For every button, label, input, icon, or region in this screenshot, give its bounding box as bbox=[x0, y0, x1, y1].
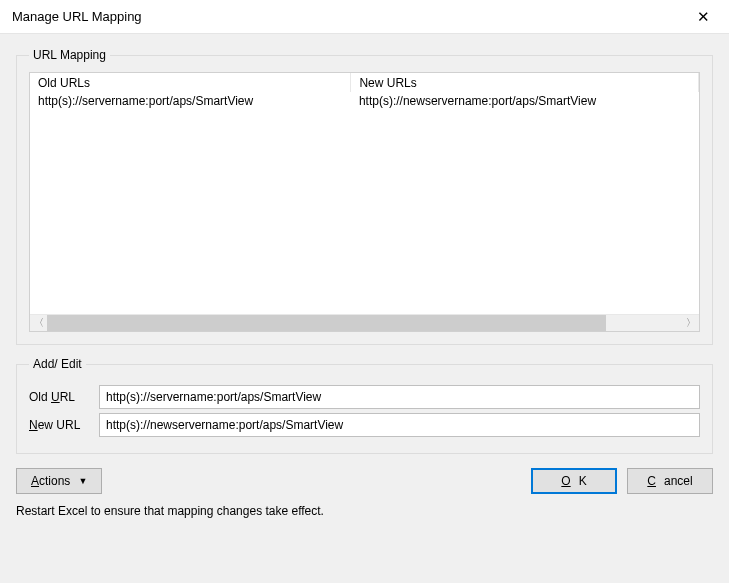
row-old-url: Old URL bbox=[29, 385, 700, 409]
title-bar: Manage URL Mapping ✕ bbox=[0, 0, 729, 34]
scroll-track[interactable] bbox=[47, 315, 682, 331]
listview-table: Old URLs New URLs http(s)://servername:p… bbox=[30, 73, 699, 110]
scroll-right-arrow-icon[interactable]: 〉 bbox=[682, 315, 699, 331]
listview-body[interactable]: Old URLs New URLs http(s)://servername:p… bbox=[30, 73, 699, 314]
old-url-input[interactable] bbox=[99, 385, 700, 409]
table-row[interactable]: http(s)://servername:port/aps/SmartView … bbox=[30, 92, 699, 110]
scroll-thumb[interactable] bbox=[47, 315, 606, 331]
listview-header-row: Old URLs New URLs bbox=[30, 73, 699, 92]
group-add-edit-legend: Add/ Edit bbox=[29, 357, 86, 371]
group-url-mapping-legend: URL Mapping bbox=[29, 48, 110, 62]
chevron-down-icon: ▼ bbox=[78, 476, 87, 486]
close-button[interactable]: ✕ bbox=[681, 2, 725, 32]
cell-new-url: http(s)://newservername:port/aps/SmartVi… bbox=[351, 92, 699, 110]
cancel-button[interactable]: Cancel bbox=[627, 468, 713, 494]
listview-horizontal-scrollbar[interactable]: 〈 〉 bbox=[30, 314, 699, 331]
scroll-left-arrow-icon[interactable]: 〈 bbox=[30, 315, 47, 331]
col-header-new-urls[interactable]: New URLs bbox=[351, 73, 699, 92]
ok-button[interactable]: OK bbox=[531, 468, 617, 494]
close-icon: ✕ bbox=[697, 8, 710, 26]
label-new-url: New URL bbox=[29, 418, 93, 432]
new-url-input[interactable] bbox=[99, 413, 700, 437]
col-header-old-urls[interactable]: Old URLs bbox=[30, 73, 351, 92]
footnote-text: Restart Excel to ensure that mapping cha… bbox=[16, 494, 713, 518]
button-row: Actions ▼ OK Cancel bbox=[16, 468, 713, 494]
group-add-edit: Add/ Edit Old URL New URL bbox=[16, 357, 713, 454]
row-new-url: New URL bbox=[29, 413, 700, 437]
url-mapping-listview[interactable]: Old URLs New URLs http(s)://servername:p… bbox=[29, 72, 700, 332]
window-title: Manage URL Mapping bbox=[12, 9, 142, 24]
right-buttons: OK Cancel bbox=[531, 468, 713, 494]
label-old-url: Old URL bbox=[29, 390, 93, 404]
cell-old-url: http(s)://servername:port/aps/SmartView bbox=[30, 92, 351, 110]
dialog-client-area: URL Mapping Old URLs New URLs http(s)://… bbox=[0, 34, 729, 583]
actions-button[interactable]: Actions ▼ bbox=[16, 468, 102, 494]
group-url-mapping: URL Mapping Old URLs New URLs http(s)://… bbox=[16, 48, 713, 345]
